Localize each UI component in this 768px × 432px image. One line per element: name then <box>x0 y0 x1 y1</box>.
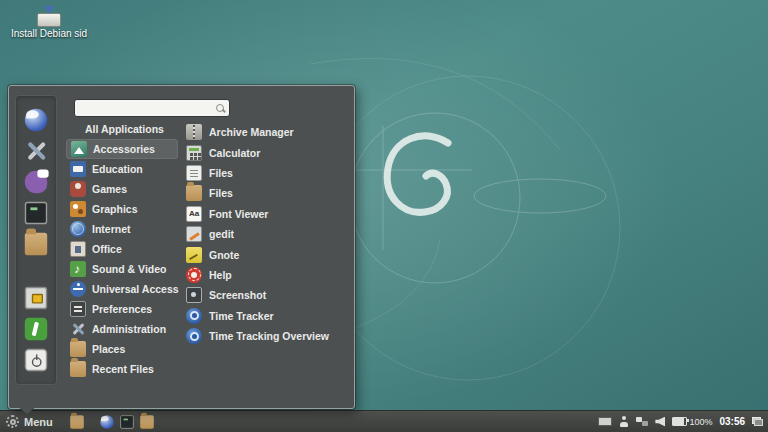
sidebar-item-file-manager[interactable] <box>24 232 48 256</box>
network-applet[interactable] <box>636 417 648 426</box>
keyboard-icon <box>598 417 612 426</box>
app-gedit[interactable]: gedit <box>182 224 350 244</box>
category-recent-files[interactable]: Recent Files <box>66 359 178 379</box>
folder-icon <box>25 233 47 255</box>
sidebar-item-messenger[interactable] <box>24 170 48 194</box>
terminal-icon <box>120 415 134 429</box>
taskbar-launcher-single <box>67 413 87 431</box>
sidebar-item-logout[interactable] <box>24 317 48 341</box>
menu-favorites-sidebar <box>15 95 57 385</box>
sidebar-item-shutdown[interactable] <box>24 348 48 372</box>
app-calculator[interactable]: Calculator <box>182 142 350 162</box>
search-icon <box>216 104 224 112</box>
app-time-tracker[interactable]: Time Tracker <box>182 306 350 326</box>
folder-icon <box>70 415 84 429</box>
sidebar-item-lock-screen[interactable] <box>24 286 48 310</box>
volume-applet[interactable] <box>655 417 665 427</box>
clock[interactable]: 03:56 <box>719 416 745 427</box>
calculator-icon <box>186 145 202 161</box>
battery-icon <box>672 417 687 426</box>
menu-button[interactable]: Menu <box>0 411 61 432</box>
app-archive-manager[interactable]: Archive Manager <box>182 122 350 142</box>
user-icon <box>619 416 629 427</box>
sound-video-icon <box>70 261 86 277</box>
internet-icon <box>70 221 86 237</box>
desktop-icon-install-debian[interactable]: Install Debian sid <box>10 5 88 39</box>
terminal-icon <box>25 202 47 224</box>
category-education[interactable]: Education <box>66 159 178 179</box>
category-preferences[interactable]: Preferences <box>66 299 178 319</box>
category-universal-access[interactable]: Universal Access <box>66 279 178 299</box>
sidebar-item-web-browser[interactable] <box>24 108 48 132</box>
search-input[interactable] <box>79 102 216 115</box>
app-gnote[interactable]: Gnote <box>182 244 350 264</box>
graphics-icon <box>70 201 86 217</box>
category-internet[interactable]: Internet <box>66 219 178 239</box>
sidebar-item-terminal[interactable] <box>24 201 48 225</box>
volume-icon <box>655 417 665 427</box>
preferences-icon <box>70 301 86 317</box>
menu-panel-pointer <box>18 407 36 414</box>
web-browser-icon <box>25 109 47 131</box>
window-list-applet[interactable] <box>752 417 763 426</box>
app-files[interactable]: Files <box>182 163 350 183</box>
category-sound-video[interactable]: Sound & Video <box>66 259 178 279</box>
category-administration[interactable]: Administration <box>66 319 178 339</box>
category-office[interactable]: Office <box>66 239 178 259</box>
gear-icon <box>6 415 19 428</box>
gnote-icon <box>186 247 202 263</box>
desktop-icon-label: Install Debian sid <box>10 28 88 39</box>
app-time-tracking-overview[interactable]: Time Tracking Overview <box>182 326 350 346</box>
keyboard-indicator[interactable] <box>598 417 612 426</box>
administration-icon <box>70 321 86 337</box>
network-icon <box>636 417 648 426</box>
menu-button-label: Menu <box>24 416 53 428</box>
messenger-icon <box>25 171 47 193</box>
desktop: Install Debian sid <box>0 0 768 432</box>
category-graphics[interactable]: Graphics <box>66 199 178 219</box>
battery-applet[interactable]: 100% <box>672 417 712 427</box>
web-browser-icon <box>100 415 114 429</box>
games-icon <box>70 181 86 197</box>
app-screenshot[interactable]: Screenshot <box>182 285 350 305</box>
app-files[interactable]: Files <box>182 183 350 203</box>
category-accessories[interactable]: Accessories <box>66 139 178 159</box>
recent-files-icon <box>70 361 86 377</box>
launcher-files-launcher[interactable] <box>67 413 87 431</box>
shutdown-icon <box>25 349 47 371</box>
windows-icon <box>752 417 763 426</box>
debian-swirl-icon <box>387 136 448 212</box>
menu-categories-list: All Applications Accessories Education G… <box>66 119 178 379</box>
font-icon <box>186 206 202 222</box>
archive-icon <box>186 124 202 140</box>
battery-percentage: 100% <box>689 417 712 427</box>
sidebar-item-control-center[interactable] <box>24 139 48 163</box>
app-font-viewer[interactable]: Font Viewer <box>182 204 350 224</box>
launcher-folder-launcher[interactable] <box>137 413 157 431</box>
menu-search-box <box>74 99 230 117</box>
universal-access-icon <box>70 281 86 297</box>
screenshot-icon <box>186 287 202 303</box>
time-tracker-icon <box>186 308 202 324</box>
user-applet[interactable] <box>619 416 629 427</box>
tools-icon <box>25 140 47 162</box>
gedit-icon <box>186 226 202 242</box>
installer-package-icon <box>36 5 62 27</box>
lock-screen-icon <box>25 287 47 309</box>
logout-icon <box>25 318 47 340</box>
category-all-applications[interactable]: All Applications <box>66 119 178 139</box>
app-help[interactable]: Help <box>182 265 350 285</box>
education-icon <box>70 161 86 177</box>
taskbar-launcher-group <box>97 413 157 431</box>
places-icon <box>70 341 86 357</box>
category-games[interactable]: Games <box>66 179 178 199</box>
help-icon <box>186 267 202 283</box>
folder-icon <box>186 185 202 201</box>
menu-applications-list: Archive Manager Calculator Files Files <box>182 122 350 346</box>
folder-icon <box>140 415 154 429</box>
launcher-browser-launcher[interactable] <box>97 413 117 431</box>
time-tracker-icon <box>186 328 202 344</box>
launcher-terminal-launcher[interactable] <box>117 413 137 431</box>
document-icon <box>186 165 202 181</box>
category-places[interactable]: Places <box>66 339 178 359</box>
